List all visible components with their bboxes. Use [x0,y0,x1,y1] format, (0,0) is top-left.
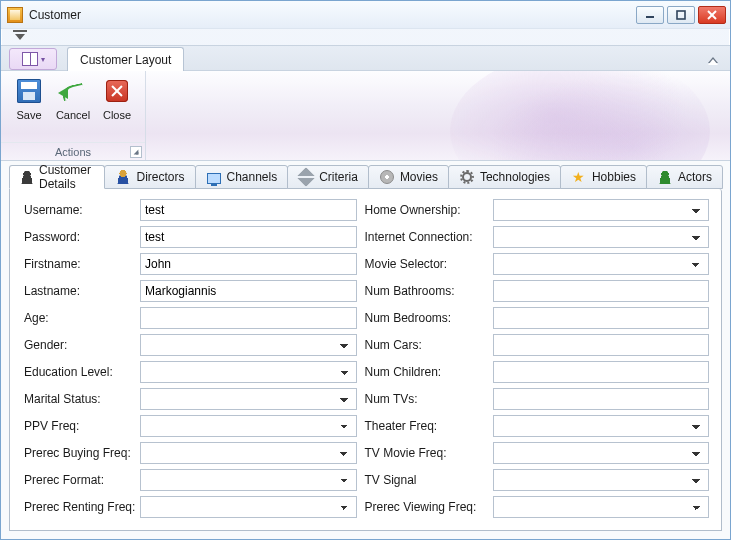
ribbon-collapse-button[interactable] [706,53,720,67]
tab-label: Movies [400,170,438,184]
num-cars-label: Num Cars: [365,334,485,356]
detail-tabstrip: Customer DetailsDirectorsChannelsCriteri… [9,165,722,189]
maximize-button[interactable] [667,6,695,24]
username-input[interactable] [140,199,357,221]
prerec-format-label: Prerec Format: [24,469,132,491]
person-icon [658,170,672,184]
num-children-input[interactable] [493,361,710,383]
num-cars-input[interactable] [493,334,710,356]
tv-movie-freq-select[interactable] [493,442,710,464]
dvd-icon [380,170,394,184]
ribbon-tab-customer-layout[interactable]: Customer Layout [67,47,184,71]
group-launcher-button[interactable] [130,146,142,158]
tv-icon [207,173,221,184]
home-ownership-select[interactable] [493,199,710,221]
age-input[interactable] [140,307,357,329]
prerec-viewing-freq-select[interactable] [493,496,710,518]
username-label: Username: [24,199,132,221]
tab-label: Technologies [480,170,550,184]
tab-technologies[interactable]: Technologies [448,165,561,189]
education-level-label: Education Level: [24,361,132,383]
view-layout-button[interactable]: ▾ [9,48,57,70]
tab-label: Channels [227,170,278,184]
education-level-select[interactable] [140,361,357,383]
tv-movie-freq-label: TV Movie Freq: [365,442,485,464]
app-icon [7,7,23,23]
password-label: Password: [24,226,132,248]
tab-directors[interactable]: Directors [104,165,195,189]
tab-criteria[interactable]: Criteria [287,165,369,189]
prerec-buying-freq-select[interactable] [140,442,357,464]
person-icon [20,170,34,184]
close-button[interactable]: Close [95,75,139,123]
home-ownership-label: Home Ownership: [365,199,485,221]
password-input[interactable] [140,226,357,248]
book-icon [22,52,38,66]
star-icon: ★ [572,170,586,184]
titlebar: Customer [1,1,730,29]
prerec-format-select[interactable] [140,469,357,491]
undo-arrow-icon [60,81,86,101]
num-bedrooms-input[interactable] [493,307,710,329]
num-bathrooms-label: Num Bathrooms: [365,280,485,302]
quick-access-row [1,29,730,45]
tab-actors[interactable]: Actors [646,165,723,189]
save-label: Save [16,109,41,121]
prerec-buying-freq-label: Prerec Buying Freq: [24,442,132,464]
close-label: Close [103,109,131,121]
ribbon-tabstrip: ▾ Customer Layout [1,45,730,71]
save-button[interactable]: Save [7,75,51,123]
tv-signal-label: TV Signal [365,469,485,491]
svg-rect-1 [677,11,685,19]
tab-label: Directors [136,170,184,184]
tab-label: Actors [678,170,712,184]
tab-hobbies[interactable]: ★Hobbies [560,165,647,189]
chevron-down-icon: ▾ [41,55,45,64]
num-children-label: Num Children: [365,361,485,383]
minimize-button[interactable] [636,6,664,24]
ribbon-group-caption: Actions [1,142,145,160]
firstname-input[interactable] [140,253,357,275]
theater-freq-select[interactable] [493,415,710,437]
lastname-input[interactable] [140,280,357,302]
internet-connection-select[interactable] [493,226,710,248]
cancel-button[interactable]: Cancel [51,75,95,123]
wrench-icon [296,167,316,187]
ppv-freq-select[interactable] [140,415,357,437]
tab-label: Customer Details [39,163,94,191]
window-title: Customer [29,8,81,22]
ribbon-decoration [450,71,710,161]
customer-details-page: Username:Home Ownership:Password:Interne… [9,189,722,531]
age-label: Age: [24,307,132,329]
tab-movies[interactable]: Movies [368,165,449,189]
num-tvs-label: Num TVs: [365,388,485,410]
close-icon [106,80,128,102]
movie-selector-select[interactable] [493,253,710,275]
num-bathrooms-input[interactable] [493,280,710,302]
gear-icon [460,170,474,184]
ribbon-body: Save Cancel Close Actions [1,71,730,161]
prerec-viewing-freq-label: Prerec Viewing Freq: [365,496,485,518]
prerec-renting-freq-select[interactable] [140,496,357,518]
ribbon-tab-label: Customer Layout [80,53,171,67]
num-bedrooms-label: Num Bedrooms: [365,307,485,329]
gender-select[interactable] [140,334,357,356]
marital-status-label: Marital Status: [24,388,132,410]
internet-connection-label: Internet Connection: [365,226,485,248]
tab-customer-details[interactable]: Customer Details [9,165,105,189]
num-tvs-input[interactable] [493,388,710,410]
chevron-up-icon [708,57,718,63]
tab-channels[interactable]: Channels [195,165,289,189]
close-window-button[interactable] [698,6,726,24]
window-controls [636,6,726,24]
lastname-label: Lastname: [24,280,132,302]
quick-access-dropdown-icon[interactable] [15,34,25,40]
movie-selector-label: Movie Selector: [365,253,485,275]
firstname-label: Firstname: [24,253,132,275]
ribbon-group-actions: Save Cancel Close Actions [1,71,146,160]
gender-label: Gender: [24,334,132,356]
tab-label: Criteria [319,170,358,184]
window-root: Customer ▾ Customer Layout [0,0,731,540]
tv-signal-select[interactable] [493,469,710,491]
marital-status-select[interactable] [140,388,357,410]
